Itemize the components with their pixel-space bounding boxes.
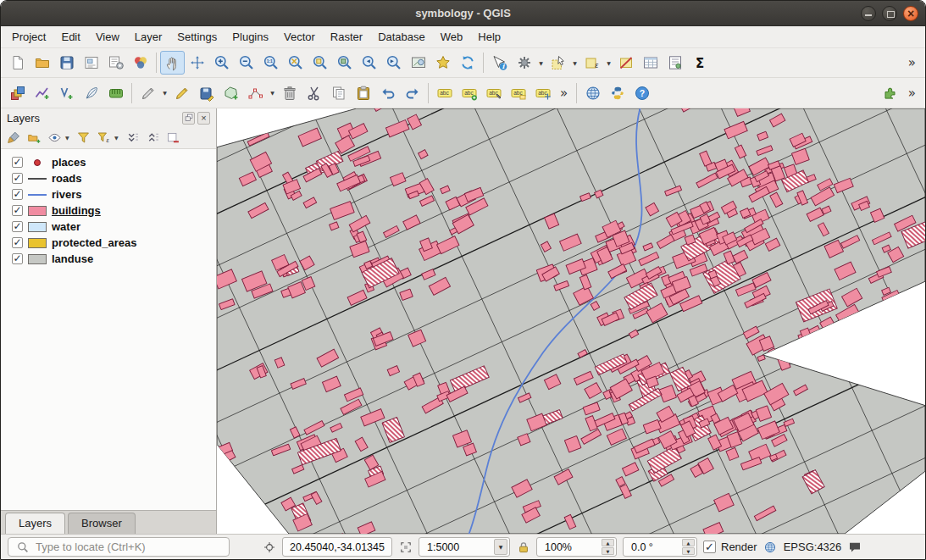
manage-map-themes-icon[interactable]	[45, 129, 64, 147]
coordinate-input[interactable]	[286, 541, 388, 553]
menu-plugins[interactable]: Plugins	[225, 27, 276, 47]
menu-project[interactable]: Project	[4, 27, 53, 47]
manage-map-themes-dropdown-icon[interactable]: ▼	[65, 135, 72, 141]
rotation-spinbox[interactable]: 0.0 ° ▲▼	[623, 537, 697, 557]
vertex-tool-icon[interactable]	[243, 81, 268, 105]
open-project-icon[interactable]	[30, 51, 54, 75]
zoom-last-icon[interactable]	[357, 51, 381, 75]
open-attribute-table-icon[interactable]	[638, 51, 663, 75]
layer-labeling-options-icon[interactable]: abc	[457, 81, 481, 105]
lock-scale-icon[interactable]	[516, 540, 530, 554]
vertex-tool-dropdown-icon[interactable]: ▼	[268, 81, 277, 105]
collapse-all-icon[interactable]	[143, 129, 162, 147]
new-geopackage-layer-icon[interactable]	[103, 81, 128, 105]
deselect-features-icon[interactable]	[613, 51, 638, 75]
plugins-overflow-icon[interactable]: »	[903, 86, 921, 101]
pan-map-icon[interactable]	[160, 51, 185, 75]
data-source-manager-icon[interactable]	[5, 81, 30, 105]
new-project-icon[interactable]	[5, 51, 30, 75]
paste-features-icon[interactable]	[351, 81, 375, 105]
maximize-button[interactable]	[882, 6, 897, 21]
rotation-spinner[interactable]: ▲▼	[682, 539, 695, 555]
panel-tab-browser[interactable]: Browser	[68, 513, 136, 534]
run-feature-action-dropdown-icon[interactable]: ▼	[536, 51, 546, 75]
add-vector-layer-icon[interactable]	[30, 81, 54, 105]
layer-item-landuse[interactable]: landuse	[1, 251, 216, 267]
run-feature-action-icon[interactable]	[512, 51, 536, 75]
statistical-summary-icon[interactable]: Σ	[687, 51, 712, 75]
magnifier-spinner[interactable]: ▲▼	[602, 539, 614, 555]
zoom-to-selection-icon[interactable]	[308, 51, 332, 75]
spatial-bookmarks-icon[interactable]	[430, 51, 455, 75]
layer-checkbox[interactable]	[12, 237, 23, 248]
zoom-out-icon[interactable]	[234, 51, 258, 75]
minimize-button[interactable]	[861, 6, 876, 21]
close-button[interactable]	[903, 6, 918, 21]
highlight-pinned-labels-icon[interactable]: abc	[506, 81, 530, 105]
zoom-native-icon[interactable]: 1:1	[258, 51, 283, 75]
filter-legend-icon[interactable]	[74, 129, 92, 147]
layer-item-rivers[interactable]: rivers	[1, 186, 216, 202]
current-edits-icon[interactable]	[136, 81, 160, 105]
zoom-in-icon[interactable]	[209, 51, 234, 75]
layer-item-roads[interactable]: roads	[1, 170, 216, 186]
menu-database[interactable]: Database	[370, 27, 433, 47]
crs-icon[interactable]	[763, 540, 778, 554]
layer-item-water[interactable]: water	[1, 219, 216, 235]
menu-web[interactable]: Web	[433, 27, 471, 47]
redo-icon[interactable]	[400, 81, 424, 105]
metasearch-icon[interactable]	[580, 81, 605, 105]
menu-vector[interactable]: Vector	[276, 27, 323, 47]
remove-layer-icon[interactable]	[164, 129, 182, 147]
menu-help[interactable]: Help	[470, 27, 508, 47]
map-canvas[interactable]	[217, 108, 925, 534]
layer-checkbox[interactable]	[12, 189, 23, 200]
cut-features-icon[interactable]	[302, 81, 326, 105]
scale-dropdown-icon[interactable]: ▼	[494, 539, 507, 555]
toggle-editing-icon[interactable]	[169, 81, 194, 105]
extent-toggle-icon[interactable]	[398, 540, 413, 554]
pin-unpin-labels-icon[interactable]: abc	[481, 81, 506, 105]
close-panel-icon[interactable]: ×	[197, 112, 210, 125]
undo-icon[interactable]	[375, 81, 400, 105]
new-shapefile-layer-icon[interactable]	[79, 81, 103, 105]
refresh-map-icon[interactable]	[455, 51, 480, 75]
menu-edit[interactable]: Edit	[53, 27, 87, 47]
save-layer-edits-icon[interactable]	[194, 81, 219, 105]
render-toggle[interactable]: Render	[703, 541, 757, 553]
identify-features-icon[interactable]: i	[487, 51, 512, 75]
add-group-icon[interactable]	[25, 129, 43, 147]
new-virtual-layer-icon[interactable]	[54, 81, 79, 105]
scale-combo[interactable]: 1:5000 ▼	[419, 537, 510, 557]
current-edits-dropdown-icon[interactable]: ▼	[160, 81, 169, 105]
move-label-icon[interactable]: abc	[530, 81, 555, 105]
select-by-expression-icon[interactable]: ε	[579, 51, 604, 75]
menu-layer[interactable]: Layer	[127, 27, 170, 47]
layer-item-protected_areas[interactable]: protected_areas	[1, 235, 216, 251]
menu-raster[interactable]: Raster	[323, 27, 370, 47]
menu-view[interactable]: View	[88, 27, 127, 47]
new-print-layout-icon[interactable]	[79, 51, 103, 75]
layer-checkbox[interactable]	[12, 157, 23, 168]
toolbar-overflow-icon[interactable]: »	[903, 55, 921, 70]
expand-all-icon[interactable]	[123, 129, 141, 147]
select-features-icon[interactable]	[546, 51, 570, 75]
show-layout-manager-icon[interactable]	[103, 51, 128, 75]
titlebar[interactable]: symbology - QGIS	[1, 1, 925, 26]
save-project-icon[interactable]	[54, 51, 79, 75]
zoom-full-icon[interactable]	[283, 51, 308, 75]
delete-selected-icon[interactable]	[277, 81, 302, 105]
float-panel-icon[interactable]	[182, 112, 195, 125]
open-field-calculator-icon[interactable]	[663, 51, 687, 75]
help-contents-icon[interactable]: ?	[629, 81, 654, 105]
python-console-icon[interactable]	[605, 81, 629, 105]
new-map-view-icon[interactable]	[406, 51, 430, 75]
menu-settings[interactable]: Settings	[169, 27, 225, 47]
layer-checkbox[interactable]	[12, 173, 23, 184]
layer-labeling-icon[interactable]: abc	[432, 81, 457, 105]
layer-checkbox[interactable]	[12, 253, 23, 264]
render-checkbox[interactable]	[703, 541, 716, 553]
layer-item-places[interactable]: places	[1, 154, 216, 170]
manage-plugins-icon[interactable]	[879, 81, 903, 105]
digitizing-overflow-icon[interactable]: »	[555, 86, 573, 101]
